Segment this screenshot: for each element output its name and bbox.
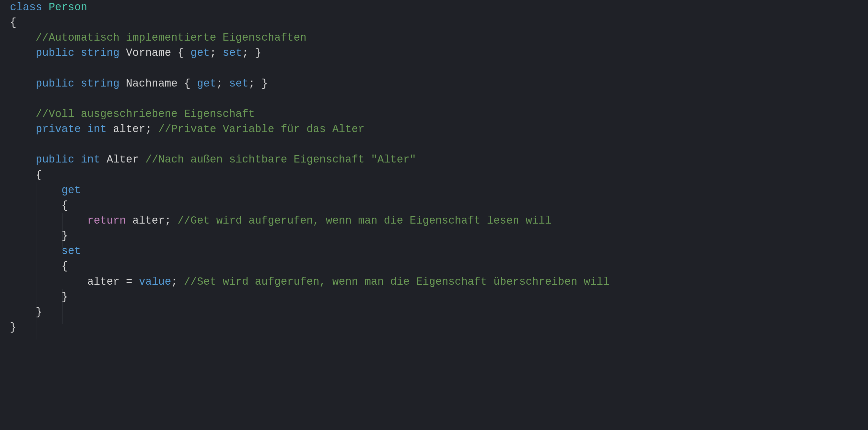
keyword-public: public [36, 154, 74, 166]
identifier-alter: alter [113, 123, 146, 135]
comment: //Get wird aufgerufen, wenn man die Eige… [178, 215, 551, 227]
code-line: //Voll ausgeschriebene Eigenschaft [10, 108, 255, 120]
code-line: } [10, 291, 68, 303]
keyword-set: set [61, 245, 81, 257]
keyword-value: value [139, 276, 171, 288]
brace-close: } [36, 306, 42, 318]
code-line: { [10, 169, 42, 181]
code-line: get [10, 184, 81, 197]
code-line: public int Alter //Nach außen sichtbare … [10, 154, 416, 166]
keyword-get: get [61, 184, 81, 197]
code-line: private int alter; //Private Variable fü… [10, 123, 365, 135]
brace-open: { [61, 260, 68, 272]
comment: //Automatisch implementierte Eigenschaft… [36, 32, 306, 44]
code-line: } [10, 306, 42, 318]
identifier-alter: alter [132, 215, 165, 227]
code-line: class Person [10, 1, 87, 13]
brace-open: { [10, 16, 17, 29]
brace-open: { [184, 77, 191, 90]
identifier-vorname: Vorname [126, 47, 171, 59]
type-person: Person [49, 1, 87, 13]
keyword-public: public [36, 47, 74, 59]
keyword-set: set [229, 77, 249, 90]
comment: //Nach außen sichtbare Eigenschaft "Alte… [146, 154, 416, 166]
brace-close: } [10, 321, 17, 334]
semicolon: ; [249, 77, 255, 90]
code-line: public string Nachname { get; set; } [10, 77, 268, 90]
keyword-int: int [87, 123, 107, 135]
keyword-get: get [190, 47, 210, 59]
brace-open: { [36, 169, 42, 181]
semicolon: ; [171, 276, 178, 288]
semicolon: ; [165, 215, 171, 227]
comment: //Set wird aufgerufen, wenn man die Eige… [184, 276, 610, 288]
equals: = [126, 276, 132, 288]
keyword-private: private [36, 123, 81, 135]
semicolon: ; [146, 123, 152, 135]
code-line: } [10, 321, 17, 334]
code-line: { [10, 260, 68, 272]
identifier-alter: alter [87, 276, 120, 288]
keyword-get: get [197, 77, 217, 90]
brace-close: } [255, 47, 261, 59]
comment: //Voll ausgeschriebene Eigenschaft [36, 108, 255, 120]
code-line: { [10, 16, 17, 29]
keyword-return: return [87, 215, 126, 227]
brace-close: } [61, 230, 68, 242]
identifier-alter-prop: Alter [107, 154, 139, 166]
keyword-public: public [36, 77, 74, 90]
keyword-int: int [81, 154, 100, 166]
brace-close: } [261, 77, 268, 90]
code-line: } [10, 230, 68, 242]
keyword-string: string [81, 77, 120, 90]
semicolon: ; [216, 77, 223, 90]
brace-close: } [61, 291, 68, 303]
code-line: public string Vorname { get; set; } [10, 47, 261, 59]
keyword-set: set [223, 47, 242, 59]
code-line: { [10, 199, 68, 212]
keyword-class: class [10, 1, 42, 13]
brace-open: { [61, 199, 68, 212]
semicolon: ; [242, 47, 249, 59]
identifier-nachname: Nachname [126, 77, 178, 90]
code-editor[interactable]: class Person { //Automatisch implementie… [0, 0, 868, 335]
semicolon: ; [210, 47, 217, 59]
code-line: //Automatisch implementierte Eigenschaft… [10, 32, 306, 44]
code-line: set [10, 245, 81, 257]
brace-open: { [178, 47, 184, 59]
code-line: return alter; //Get wird aufgerufen, wen… [10, 215, 551, 227]
comment: //Private Variable für das Alter [158, 123, 365, 135]
keyword-string: string [81, 47, 120, 59]
code-line: alter = value; //Set wird aufgerufen, we… [10, 276, 610, 288]
